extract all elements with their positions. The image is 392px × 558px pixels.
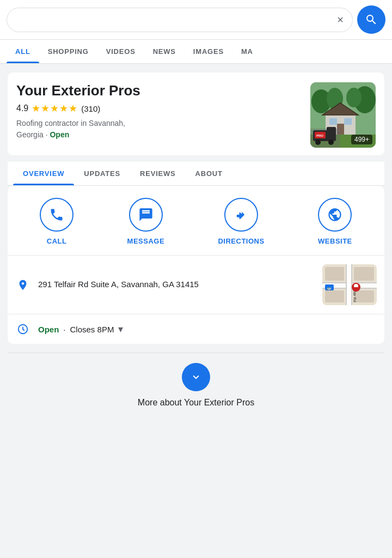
more-about-section: More about Your Exterior Pros	[8, 353, 384, 418]
business-info: Your Exterior Pros 4.9 ★★★★★ (310) Roofi…	[16, 82, 310, 141]
rating-number: 4.9	[16, 104, 28, 113]
tab-about[interactable]: ABOUT	[186, 162, 232, 185]
svg-rect-24	[347, 264, 351, 305]
website-label: WEBSITE	[318, 237, 352, 245]
website-circle	[318, 198, 352, 232]
more-about-button[interactable]	[182, 363, 210, 391]
call-button[interactable]: CALL	[40, 198, 74, 245]
review-count: (310)	[81, 104, 100, 113]
open-label: Open	[38, 325, 59, 334]
clock-icon	[15, 323, 30, 335]
hours-separator: ·	[63, 325, 65, 334]
business-name: Your Exterior Pros	[16, 82, 304, 99]
message-button[interactable]: MESSAGE	[127, 198, 165, 245]
directions-button[interactable]: DIRECTIONS	[218, 198, 264, 245]
search-button[interactable]	[357, 5, 385, 34]
svg-point-16	[328, 140, 334, 145]
closes-text: Closes 8PM	[70, 325, 114, 334]
action-card: CALL MESSAGE	[8, 186, 384, 344]
message-circle	[129, 198, 163, 232]
search-bar: your exterior pros ×	[0, 0, 392, 40]
svg-rect-29	[325, 290, 344, 302]
address-row: 291 Telfair Rd Suite A, Savannah, GA 314…	[8, 256, 384, 314]
hours-content: Open · Closes 8PM ▾	[38, 323, 377, 335]
business-card: Your Exterior Pros 4.9 ★★★★★ (310) Roofi…	[8, 72, 384, 155]
tab-overview[interactable]: OVERVIEW	[13, 162, 74, 185]
more-about-divider	[8, 353, 384, 353]
hours-row: Open · Closes 8PM ▾	[8, 314, 384, 344]
business-type: Roofing contractor in Savannah, Georgia …	[16, 118, 304, 141]
svg-rect-8	[329, 118, 337, 125]
action-buttons-row: CALL MESSAGE	[8, 186, 384, 256]
call-circle	[40, 198, 74, 232]
svg-rect-27	[325, 267, 344, 281]
business-image[interactable]: PRO 499+	[310, 82, 376, 148]
open-status-inline: Open	[50, 130, 69, 139]
directions-icon-2	[234, 207, 249, 222]
svg-text:🚌: 🚌	[327, 286, 332, 290]
tab-all[interactable]: ALL	[7, 40, 39, 63]
tab-videos[interactable]: VIDEOS	[97, 40, 144, 63]
svg-point-15	[315, 140, 321, 145]
map-svg: 🚌 Telfair Rd	[322, 264, 377, 305]
tab-images[interactable]: IMAGES	[185, 40, 232, 63]
svg-rect-28	[354, 267, 374, 281]
address-text: 291 Telfair Rd Suite A, Savannah, GA 314…	[38, 278, 315, 291]
more-about-label: More about Your Exterior Pros	[138, 398, 254, 408]
search-icon	[365, 13, 378, 26]
location-icon	[15, 279, 30, 291]
search-input-wrapper: your exterior pros ×	[7, 8, 353, 32]
search-input[interactable]: your exterior pros	[16, 14, 333, 26]
rating-row: 4.9 ★★★★★ (310)	[16, 102, 304, 114]
website-button[interactable]: WEBSITE	[318, 198, 352, 245]
clear-icon[interactable]: ×	[337, 14, 344, 26]
directions-label: DIRECTIONS	[218, 237, 264, 245]
tab-more[interactable]: MA	[232, 40, 262, 63]
stars: ★★★★★	[32, 102, 78, 114]
phone-icon	[49, 207, 64, 222]
tab-reviews[interactable]: REVIEWS	[130, 162, 186, 185]
message-label: MESSAGE	[127, 237, 165, 245]
directions-circle	[224, 198, 258, 232]
search-tabs: ALL SHOPPING VIDEOS NEWS IMAGES MA	[0, 40, 392, 64]
map-thumbnail[interactable]: 🚌 Telfair Rd	[322, 264, 377, 305]
svg-rect-26	[351, 264, 352, 305]
chevron-down-icon	[190, 371, 202, 383]
svg-rect-9	[344, 118, 352, 125]
tab-news[interactable]: NEWS	[144, 40, 185, 63]
content-area: Your Exterior Pros 4.9 ★★★★★ (310) Roofi…	[0, 64, 392, 427]
website-icon	[327, 207, 342, 222]
svg-rect-14	[327, 127, 336, 135]
svg-text:PRO: PRO	[316, 134, 323, 137]
call-label: CALL	[47, 237, 67, 245]
tab-updates[interactable]: UPDATES	[74, 162, 130, 185]
message-icon	[138, 207, 154, 222]
svg-rect-25	[346, 264, 347, 305]
tab-shopping[interactable]: SHOPPING	[39, 40, 97, 63]
overview-tabs: OVERVIEW UPDATES REVIEWS ABOUT	[8, 162, 384, 186]
image-badge: 499+	[351, 135, 372, 144]
svg-point-4	[346, 88, 362, 107]
hours-chevron-icon[interactable]: ▾	[118, 323, 123, 335]
